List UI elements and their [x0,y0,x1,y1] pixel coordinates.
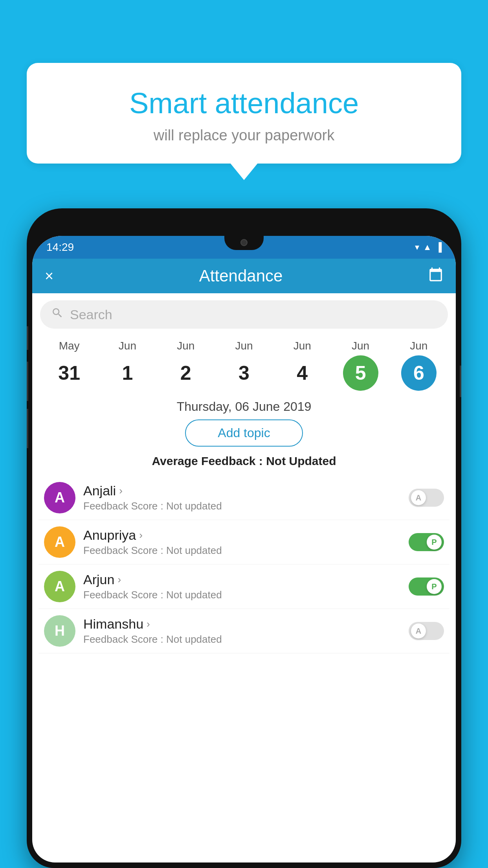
cal-date-number[interactable]: 31 [51,355,87,391]
cal-date-number[interactable]: 6 [401,355,437,391]
close-button[interactable]: × [45,268,53,285]
toggle-control[interactable]: A [409,622,444,640]
toggle-knob: A [411,490,426,505]
front-camera [240,239,248,246]
avg-feedback: Average Feedback : Not Updated [32,454,456,468]
cal-month-label: Jun [352,340,369,352]
add-topic-button[interactable]: Add topic [185,419,303,447]
cal-month-label: Jun [119,340,136,352]
selected-date: Thursday, 06 June 2019 [32,399,456,414]
bubble-subtitle: will replace your paperwork [46,127,442,144]
student-avatar: A [44,526,75,558]
cal-month-label: Jun [177,340,194,352]
student-name: Arjun › [83,572,401,587]
search-bar[interactable]: Search [40,300,448,329]
volume-up-button [27,326,28,350]
chevron-icon: › [117,574,121,586]
search-icon [51,307,64,322]
student-item-0[interactable]: AAnjali ›Feedback Score : Not updatedA [39,476,449,520]
feedback-value: Not updated [166,544,222,556]
student-feedback: Feedback Score : Not updated [83,633,401,645]
student-item-3[interactable]: HHimanshu ›Feedback Score : Not updatedA [39,609,449,653]
calendar-section: May31Jun1Jun2Jun3Jun4Jun5Jun6 [32,336,456,391]
student-avatar: A [44,482,75,513]
calendar-day-4[interactable]: Jun4 [279,340,326,391]
battery-icon: ▐ [435,242,442,252]
student-list: AAnjali ›Feedback Score : Not updatedAAA… [32,476,456,653]
status-icons: ▾ ▲ ▐ [415,242,442,252]
student-feedback: Feedback Score : Not updated [83,500,401,512]
bubble-title: Smart attendance [46,86,442,120]
phone-notch [224,236,264,250]
student-feedback: Feedback Score : Not updated [83,544,401,557]
background: Smart attendance will replace your paper… [0,0,488,868]
chevron-icon: › [139,529,143,541]
phone-screen: 14:29 ▾ ▲ ▐ × Attendance [32,236,456,862]
silent-button [27,409,28,448]
cal-month-label: Jun [410,340,427,352]
toggle-control[interactable]: P [409,577,444,596]
student-name: Anjali › [83,483,401,498]
avg-feedback-label: Average Feedback : [152,454,262,467]
student-item-2[interactable]: AArjun ›Feedback Score : Not updatedP [39,565,449,609]
student-avatar: A [44,571,75,602]
student-info: Himanshu ›Feedback Score : Not updated [83,616,401,645]
cal-month-label: Jun [294,340,311,352]
calendar-row: May31Jun1Jun2Jun3Jun4Jun5Jun6 [40,340,448,391]
attendance-toggle[interactable]: A [409,622,444,640]
header-title: Attendance [199,267,283,285]
toggle-knob: A [411,623,426,638]
cal-date-number[interactable]: 4 [284,355,320,391]
wifi-icon: ▾ [415,242,419,252]
toggle-knob: P [427,579,442,594]
student-item-1[interactable]: AAnupriya ›Feedback Score : Not updatedP [39,520,449,565]
calendar-day-6[interactable]: Jun6 [395,340,442,391]
calendar-button[interactable] [428,267,443,285]
attendance-toggle[interactable]: P [409,577,444,596]
avg-feedback-value: Not Updated [266,454,336,467]
status-time: 14:29 [46,241,74,254]
cal-date-number[interactable]: 1 [110,355,145,391]
calendar-day-0[interactable]: May31 [46,340,93,391]
calendar-day-3[interactable]: Jun3 [220,340,268,391]
toggle-control[interactable]: P [409,533,444,551]
search-placeholder: Search [70,307,112,322]
speech-bubble: Smart attendance will replace your paper… [27,63,461,164]
calendar-day-1[interactable]: Jun1 [104,340,151,391]
student-name: Anupriya › [83,528,401,543]
student-info: Arjun ›Feedback Score : Not updated [83,572,401,601]
cal-date-number[interactable]: 3 [226,355,262,391]
signal-icon: ▲ [423,242,432,252]
student-info: Anupriya ›Feedback Score : Not updated [83,528,401,557]
feedback-value: Not updated [166,633,222,645]
app-header: × Attendance [32,259,456,293]
student-feedback: Feedback Score : Not updated [83,589,401,601]
toggle-control[interactable]: A [409,489,444,507]
toggle-knob: P [427,535,442,550]
attendance-toggle[interactable]: P [409,533,444,551]
feedback-value: Not updated [166,589,222,601]
cal-month-label: Jun [235,340,253,352]
student-avatar: H [44,615,75,647]
cal-month-label: May [59,340,80,352]
cal-date-number[interactable]: 5 [343,355,378,391]
chevron-icon: › [119,485,123,497]
feedback-value: Not updated [166,500,222,512]
attendance-toggle[interactable]: A [409,489,444,507]
power-button [460,366,461,397]
calendar-day-2[interactable]: Jun2 [162,340,209,391]
calendar-day-5[interactable]: Jun5 [337,340,384,391]
chevron-icon: › [147,618,150,630]
cal-date-number[interactable]: 2 [168,355,204,391]
student-info: Anjali ›Feedback Score : Not updated [83,483,401,512]
volume-down-button [27,362,28,401]
phone-frame: 14:29 ▾ ▲ ▐ × Attendance [27,208,461,868]
student-name: Himanshu › [83,616,401,632]
